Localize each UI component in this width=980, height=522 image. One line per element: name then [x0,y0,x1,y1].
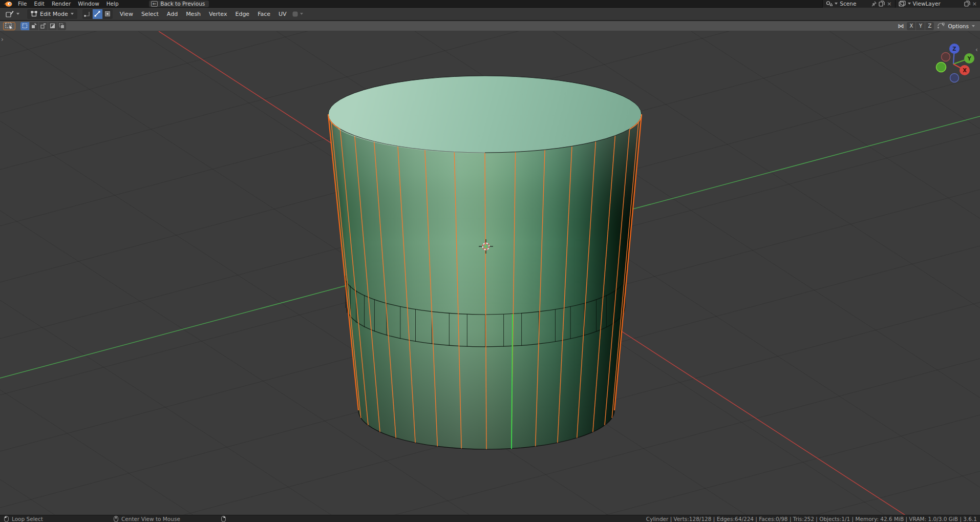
gizmo-neg-z-ball[interactable] [950,74,959,82]
back-to-previous-button[interactable]: ← Back to Previous [149,1,209,7]
toolbar-open-arrow[interactable]: › [1,36,4,43]
scene-close-icon[interactable]: × [887,1,891,7]
menu-add[interactable]: Add [163,8,182,20]
mouse-left-icon [4,516,9,522]
back-to-previous-label: Back to Previous [160,1,205,7]
status-keymap-lmb: Loop Select [4,515,43,522]
edge-select-icon [94,11,100,17]
mirror-y-button[interactable]: Y [916,22,925,30]
vertex-select-button[interactable] [82,9,92,19]
mode-dropdown[interactable]: Edit Mode [27,9,77,19]
viewlayer-icon[interactable] [899,1,906,7]
transform-pivot-icon[interactable] [937,23,945,30]
vertex-select-icon [84,11,90,17]
topbar: File Edit Render Window Help ← Back to P… [0,0,980,8]
mouse-right-icon [221,516,226,522]
mirror-z-button[interactable]: Z [925,22,934,30]
scene-statistics: Cylinder | Verts:128/128 | Edges:64/224 … [646,515,977,522]
viewport-header: Edit Mode View Select Add Mesh Vertex [0,8,980,20]
scene-name[interactable]: Scene [840,1,856,7]
new-scene-icon[interactable] [879,1,885,7]
mirror-x-button[interactable]: X [907,22,915,30]
select-mode-intersect-button[interactable] [57,22,66,30]
cylinder-mesh[interactable] [328,76,642,449]
menu-uv[interactable]: UV [274,8,291,20]
pin-icon[interactable] [871,1,877,7]
face-select-icon [104,11,111,17]
tool-settings-bar: ⋈ X Y Z Options [0,21,980,31]
back-arrow-icon: ← [151,1,158,7]
mouse-middle-icon [114,516,118,522]
viewlayer-name[interactable]: ViewLayer [913,1,941,7]
active-tool-button[interactable] [3,22,15,30]
menu-help[interactable]: Help [103,0,122,8]
status-keymap-rmb [221,515,229,522]
3d-viewport[interactable]: Z Y X › ‹ [0,31,980,515]
status-keymap-label: Center View to Mouse [121,516,180,522]
menu-select[interactable]: Select [137,8,163,20]
menu-render[interactable]: Render [48,0,74,8]
viewlayer-close-icon[interactable]: × [972,1,977,7]
gizmo-neg-x-ball[interactable] [942,53,950,61]
mirror-axis-toggles: X Y Z [907,22,934,30]
editor-type-icon [6,10,14,17]
mode-label: Edit Mode [40,11,68,17]
face-select-button[interactable] [103,9,113,19]
viewlayer-selector: ViewLayer × [895,0,980,8]
menu-file[interactable]: File [14,0,31,8]
editor-type-button[interactable] [2,9,23,19]
menu-vertex[interactable]: Vertex [205,8,231,20]
select-mode-subtract-button[interactable] [39,22,48,30]
new-viewlayer-icon[interactable] [964,1,970,7]
rounded-square-icon [292,11,299,17]
gizmo-neg-y-ball[interactable] [936,62,946,72]
gizmo-x-label: X [963,68,967,73]
menu-edit[interactable]: Edit [31,0,48,8]
gizmo-z-label: Z [952,46,956,52]
menu-edge[interactable]: Edge [231,8,253,20]
menu-window[interactable]: Window [74,0,102,8]
select-box-icon [5,23,13,29]
select-mode-group [20,22,66,30]
mirror-icon: ⋈ [898,23,904,29]
select-mode-invert-button[interactable] [48,22,57,30]
blender-logo-icon[interactable] [3,1,13,7]
menu-view[interactable]: View [116,8,137,20]
gizmo-y-label: Y [967,56,971,61]
editor-type-chevron-icon [16,13,19,15]
menu-face[interactable]: Face [253,8,274,20]
cylinder-top-face[interactable] [328,76,642,153]
select-mode-extend-button[interactable] [30,22,38,30]
scene-selector: Scene × [822,0,894,8]
menu-mesh[interactable]: Mesh [182,8,205,20]
viewlayer-dropdown-chevron-icon[interactable] [908,3,911,5]
options-label[interactable]: Options [948,23,969,29]
tool-options-cluster: ⋈ X Y Z Options [898,22,975,30]
options-chevron-icon[interactable] [972,25,975,27]
edit-mode-icon [31,11,37,17]
scene-dropdown-chevron-icon[interactable] [835,3,838,5]
select-mode-new-button[interactable] [20,22,29,30]
chevron-down-icon [300,13,303,15]
status-keymap-mmb: Center View to Mouse [114,515,180,522]
scene-icon[interactable] [826,1,833,7]
status-bar: Loop Select Center View to Mouse Cylinde… [0,515,980,522]
proportional-editing-objects-button[interactable] [291,9,304,19]
sidebar-open-arrow[interactable]: ‹ [975,46,978,53]
edge-select-button[interactable] [93,9,102,19]
status-keymap-label: Loop Select [12,516,43,522]
mode-chevron-icon [71,13,74,15]
